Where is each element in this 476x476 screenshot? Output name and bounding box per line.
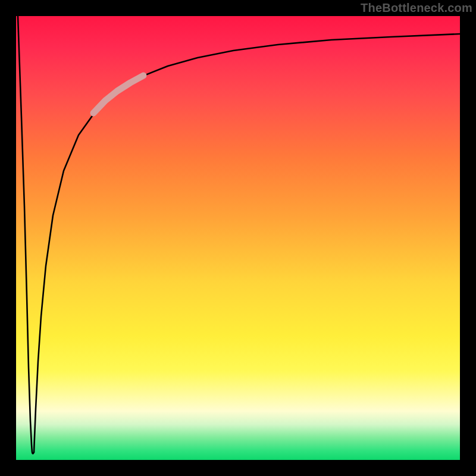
curve-highlight-segment: [93, 76, 143, 113]
curve-left-branch: [18, 16, 34, 454]
plot-area: [16, 16, 460, 460]
watermark-label: TheBottleneck.com: [361, 1, 472, 15]
chart-frame: TheBottleneck.com: [0, 0, 476, 476]
bottleneck-curve-svg: [16, 16, 460, 460]
curve-right-branch: [34, 34, 460, 452]
curve-layer: [16, 16, 460, 460]
